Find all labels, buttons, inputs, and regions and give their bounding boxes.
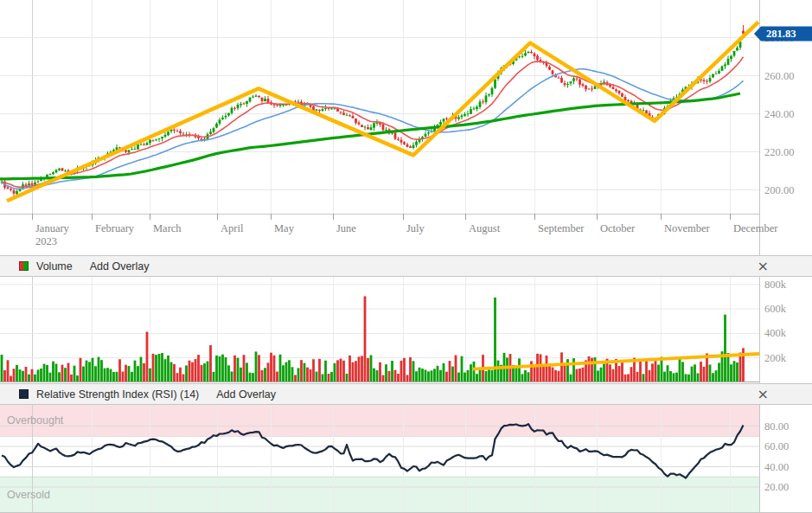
rsi-panel-title: Relative Strength Index (RSI) (14) — [36, 388, 199, 401]
rsi-axis-labels: 80.0060.0040.0020.00 — [764, 420, 789, 494]
volume-panel-canvas[interactable]: 800k600k400k200k — [0, 277, 812, 383]
last-price-badge: 281.83 — [754, 26, 812, 41]
month-label: November — [664, 222, 711, 234]
svg-text:240.00: 240.00 — [764, 108, 794, 120]
overbought-band — [0, 405, 759, 436]
oversold-band — [0, 477, 759, 513]
svg-text:200.00: 200.00 — [764, 184, 794, 196]
svg-text:20.00: 20.00 — [764, 481, 789, 493]
svg-text:60.00: 60.00 — [764, 440, 789, 452]
svg-text:200k: 200k — [764, 352, 787, 364]
volume-close-icon[interactable]: × — [758, 257, 769, 276]
month-label: December — [733, 222, 778, 234]
svg-text:281.83: 281.83 — [766, 28, 796, 40]
svg-text:80.00: 80.00 — [764, 420, 789, 433]
volume-legend-icon — [19, 261, 29, 271]
ma-mid-line — [2, 69, 744, 189]
stock-chart-window: January2023FebruaryMarchAprilMayJuneJuly… — [0, 0, 812, 513]
month-label: January — [35, 222, 70, 234]
month-label: April — [221, 222, 244, 234]
ma-fast-line — [2, 57, 744, 188]
svg-text:600k: 600k — [764, 303, 787, 315]
svg-text:260.00: 260.00 — [764, 70, 794, 82]
svg-text:220.00: 220.00 — [764, 146, 794, 158]
rsi-close-icon[interactable]: × — [758, 385, 769, 404]
month-label: September — [538, 222, 585, 234]
month-label: March — [153, 222, 182, 234]
rsi-panel-header: Relative Strength Index (RSI) (14) Add O… — [0, 383, 812, 405]
price-axis-labels: 280.00260.00240.00220.00200.00 — [764, 32, 794, 196]
price-panel-canvas[interactable]: January2023FebruaryMarchAprilMayJuneJuly… — [0, 0, 812, 255]
month-label: June — [336, 222, 356, 234]
month-axis-labels: January2023FebruaryMarchAprilMayJuneJuly… — [33, 214, 779, 247]
svg-text:2023: 2023 — [35, 235, 57, 247]
oversold-label: Oversold — [7, 489, 50, 501]
month-label: February — [95, 222, 135, 234]
overbought-label: Overbought — [7, 414, 64, 426]
month-label: May — [274, 222, 295, 234]
svg-text:40.00: 40.00 — [764, 461, 789, 473]
rsi-legend-icon — [19, 389, 29, 399]
volume-add-overlay-link[interactable]: Add Overlay — [90, 260, 150, 273]
rsi-panel-canvas[interactable]: OverboughtOversold80.0060.0040.0020.00 — [0, 405, 812, 513]
svg-text:800k: 800k — [764, 279, 787, 291]
vertical-gridlines — [33, 0, 731, 214]
volume-axis-labels: 800k600k400k200k — [764, 279, 787, 364]
month-label: July — [406, 222, 425, 234]
svg-text:400k: 400k — [764, 327, 787, 339]
month-label: August — [469, 222, 501, 234]
volume-panel-title: Volume — [36, 260, 73, 273]
rsi-add-overlay-link[interactable]: Add Overlay — [216, 388, 276, 401]
volume-panel-header: Volume Add Overlay × — [0, 255, 812, 277]
candlestick-series — [1, 25, 745, 197]
month-label: October — [600, 222, 636, 234]
